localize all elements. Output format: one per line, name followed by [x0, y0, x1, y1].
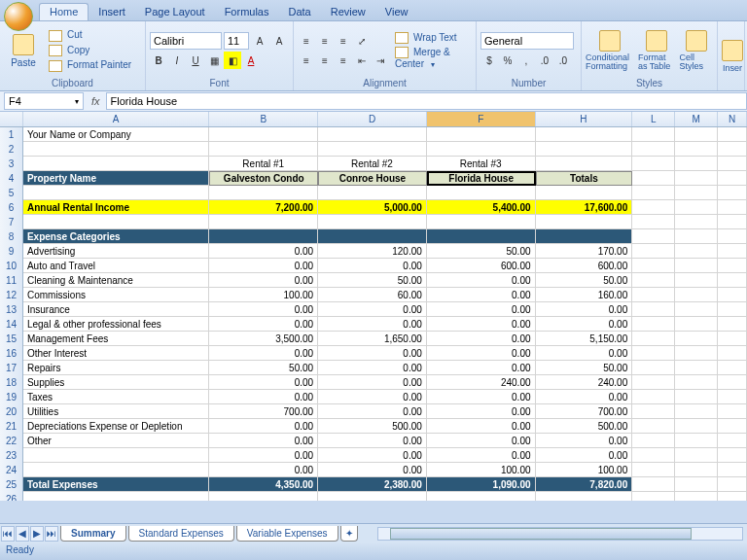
cell[interactable] — [632, 229, 675, 244]
tab-view[interactable]: View — [375, 4, 418, 20]
cell[interactable]: 5,150.00 — [536, 332, 633, 346]
cell[interactable] — [632, 332, 675, 346]
cell[interactable] — [632, 477, 675, 492]
cell[interactable]: Depreciations Expense or Depletion — [23, 419, 209, 434]
cell[interactable]: 0.00 — [209, 419, 318, 434]
cell[interactable]: 0.00 — [427, 448, 536, 463]
cell[interactable]: 0.00 — [427, 273, 536, 288]
new-sheet-button[interactable]: ✦ — [340, 526, 358, 542]
cell[interactable]: 0.00 — [318, 434, 427, 448]
cell[interactable]: 600.00 — [427, 259, 536, 273]
cell[interactable]: 2,380.00 — [318, 477, 427, 492]
cell[interactable]: 17,600.00 — [536, 200, 633, 215]
cell[interactable] — [632, 215, 675, 229]
cell[interactable] — [536, 157, 633, 171]
scrollbar-thumb[interactable] — [390, 528, 692, 540]
tab-home[interactable]: Home — [39, 3, 89, 20]
comma-button[interactable]: , — [517, 52, 535, 69]
cell[interactable] — [536, 127, 633, 142]
increase-decimal-button[interactable]: .0 — [536, 52, 553, 69]
row-header[interactable]: 18 — [0, 375, 23, 390]
row-header[interactable]: 22 — [0, 434, 23, 448]
cell[interactable] — [23, 157, 209, 171]
cell[interactable]: 0.00 — [536, 317, 633, 332]
cell[interactable]: 0.00 — [209, 463, 318, 477]
row-header[interactable]: 26 — [0, 492, 23, 501]
cell[interactable] — [718, 361, 747, 375]
cell[interactable]: 1,090.00 — [427, 477, 536, 492]
col-header[interactable]: M — [675, 112, 718, 126]
tab-nav-next[interactable]: ▶ — [30, 526, 44, 542]
row-header[interactable]: 1 — [0, 127, 23, 142]
cell[interactable] — [675, 186, 718, 200]
cell[interactable]: 0.00 — [427, 288, 536, 302]
cell[interactable] — [632, 317, 675, 332]
formula-input[interactable]: Florida House — [106, 92, 747, 110]
cell[interactable] — [718, 259, 747, 273]
decrease-decimal-button[interactable]: .0 — [554, 52, 572, 69]
merge-center-button[interactable]: Merge & Center ▾ — [393, 46, 472, 70]
cell[interactable] — [318, 492, 427, 501]
cell[interactable] — [718, 463, 747, 477]
cell[interactable]: Annual Rental Income — [23, 200, 209, 215]
cell[interactable]: Advertising — [23, 244, 209, 259]
cell[interactable] — [675, 127, 718, 142]
cell[interactable]: 50.00 — [318, 273, 427, 288]
cell[interactable] — [209, 492, 318, 501]
cell[interactable]: 5,000.00 — [318, 200, 427, 215]
font-name-select[interactable] — [150, 32, 222, 50]
cell[interactable] — [718, 346, 747, 361]
cell[interactable] — [427, 127, 536, 142]
cell[interactable] — [718, 215, 747, 229]
cell[interactable]: 160.00 — [536, 288, 633, 302]
cell[interactable]: 0.00 — [427, 302, 536, 317]
cell[interactable]: 0.00 — [209, 375, 318, 390]
cell[interactable] — [536, 186, 633, 200]
office-button[interactable] — [4, 2, 33, 31]
sheet-tab-std-exp[interactable]: Standard Expenses — [128, 526, 234, 542]
wrap-text-button[interactable]: Wrap Text — [393, 31, 472, 45]
increase-font-button[interactable]: A — [251, 32, 268, 50]
cell[interactable]: Cleaning & Maintenance — [23, 273, 209, 288]
cell[interactable] — [675, 171, 718, 186]
cell[interactable]: 4,350.00 — [209, 477, 318, 492]
cell[interactable]: 0.00 — [427, 390, 536, 404]
cell[interactable] — [718, 332, 747, 346]
cell[interactable]: Legal & other professional fees — [23, 317, 209, 332]
cell[interactable]: Other — [23, 434, 209, 448]
cell[interactable] — [632, 142, 675, 157]
cell[interactable] — [718, 244, 747, 259]
cell[interactable]: 0.00 — [427, 404, 536, 419]
row-header[interactable]: 14 — [0, 317, 23, 332]
sheet-tab-var-exp[interactable]: Variable Expenses — [236, 526, 338, 542]
cell[interactable] — [318, 142, 427, 157]
cell[interactable] — [209, 127, 318, 142]
cell[interactable]: 0.00 — [318, 375, 427, 390]
tab-nav-last[interactable]: ⏭ — [45, 526, 58, 542]
row-header[interactable]: 11 — [0, 273, 23, 288]
cell[interactable] — [675, 215, 718, 229]
cell[interactable] — [675, 404, 718, 419]
cell[interactable]: Total Expenses — [23, 477, 209, 492]
copy-button[interactable]: Copy — [47, 44, 135, 57]
col-header[interactable]: N — [718, 112, 747, 126]
italic-button[interactable]: I — [168, 52, 186, 69]
tab-data[interactable]: Data — [278, 4, 320, 20]
cell[interactable] — [632, 390, 675, 404]
col-header[interactable]: H — [536, 112, 633, 126]
decrease-indent-button[interactable]: ⇤ — [353, 52, 371, 69]
row-header[interactable]: 20 — [0, 404, 23, 419]
cell[interactable] — [632, 419, 675, 434]
cell[interactable] — [718, 171, 747, 186]
row-header[interactable]: 24 — [0, 463, 23, 477]
cell[interactable] — [675, 434, 718, 448]
cell[interactable] — [632, 259, 675, 273]
cell[interactable]: 0.00 — [427, 419, 536, 434]
col-header[interactable]: B — [209, 112, 318, 126]
cell[interactable] — [632, 302, 675, 317]
cell[interactable] — [632, 157, 675, 171]
cell[interactable]: 0.00 — [209, 273, 318, 288]
cell[interactable]: 100.00 — [427, 463, 536, 477]
cell[interactable]: 60.00 — [318, 288, 427, 302]
cell[interactable] — [718, 302, 747, 317]
